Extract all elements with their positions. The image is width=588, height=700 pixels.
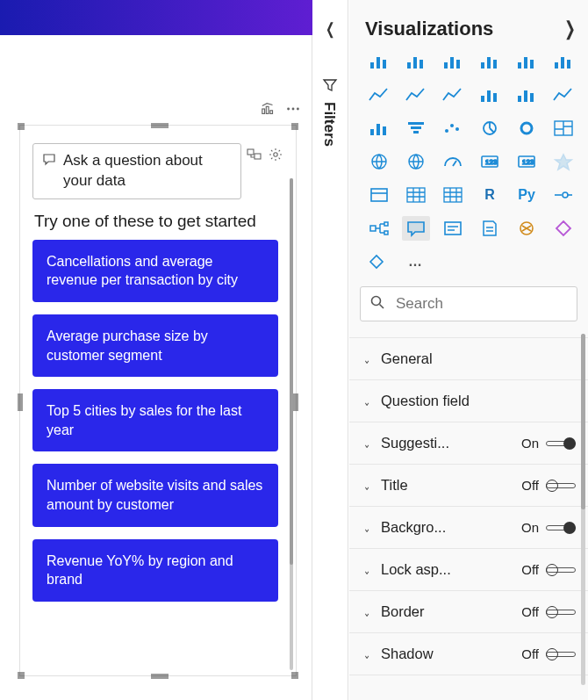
stacked-bar-chart[interactable] bbox=[365, 49, 393, 74]
qna-visual[interactable] bbox=[402, 216, 430, 241]
visualizations-grid-extra: … bbox=[349, 249, 588, 283]
format-section[interactable]: ⌄TitleOff bbox=[349, 464, 588, 506]
table-visual[interactable] bbox=[402, 183, 430, 207]
100pct-stacked-bar-chart[interactable] bbox=[513, 49, 541, 74]
power-automate-visual[interactable] bbox=[365, 249, 393, 274]
qna-suggestion[interactable]: Cancellations and average revenue per tr… bbox=[32, 240, 278, 302]
qna-suggestions-list: Cancellations and average revenue per tr… bbox=[32, 240, 285, 602]
waterfall-chart[interactable] bbox=[365, 116, 393, 141]
card-visual[interactable]: 123 bbox=[476, 149, 504, 174]
scrollbar[interactable] bbox=[290, 178, 293, 670]
format-properties-list: ⌄General⌄Question field⌄Suggesti...On⌄Ti… bbox=[349, 337, 588, 675]
format-section[interactable]: ⌄Backgro...On bbox=[349, 506, 588, 548]
toggle-switch[interactable] bbox=[546, 437, 576, 450]
line-chart[interactable] bbox=[365, 83, 393, 107]
format-toggle[interactable]: Off bbox=[514, 604, 576, 619]
qna-suggestion[interactable]: Revenue YoY% by region and brand bbox=[32, 539, 278, 602]
stacked-area-chart[interactable] bbox=[439, 83, 467, 107]
matrix-visual[interactable] bbox=[439, 183, 467, 207]
100pct-stacked-column-chart[interactable] bbox=[549, 49, 577, 74]
donut-chart[interactable] bbox=[513, 116, 541, 141]
svg-rect-9 bbox=[370, 62, 374, 69]
area-chart[interactable] bbox=[402, 83, 430, 107]
scrollbar[interactable] bbox=[581, 334, 585, 685]
toggle-switch[interactable] bbox=[546, 480, 576, 492]
format-section[interactable]: ⌄General bbox=[349, 337, 588, 379]
bar-line-chart-icon[interactable] bbox=[261, 101, 276, 117]
r-script-visual[interactable]: R bbox=[476, 183, 504, 207]
smart-narrative-visual[interactable] bbox=[439, 216, 467, 241]
svg-rect-6 bbox=[247, 149, 254, 155]
qna-suggestion[interactable]: Number of website visits and sales amoun… bbox=[32, 464, 278, 526]
format-section[interactable]: ⌄ShadowOff bbox=[349, 632, 588, 675]
scatter-chart[interactable] bbox=[439, 116, 467, 141]
format-toggle[interactable]: Off bbox=[514, 478, 576, 493]
clustered-bar-chart[interactable] bbox=[439, 49, 467, 74]
funnel-chart[interactable] bbox=[402, 116, 430, 141]
line-clustered-column-chart[interactable] bbox=[513, 83, 541, 107]
python-visual[interactable]: Py bbox=[513, 183, 541, 207]
slicer-visual[interactable] bbox=[365, 183, 393, 207]
svg-point-8 bbox=[274, 153, 277, 156]
multi-row-card-visual[interactable]: 123 bbox=[513, 149, 541, 174]
format-section-label: Suggesti... bbox=[381, 435, 514, 451]
format-search-input[interactable] bbox=[394, 294, 584, 314]
qna-suggestion[interactable]: Top 5 cities by sales for the last year bbox=[32, 389, 278, 451]
format-section[interactable]: ⌄Suggesti...On bbox=[349, 422, 588, 464]
visualizations-grid: 123123RPy bbox=[349, 49, 588, 249]
format-section[interactable]: ⌄Question field bbox=[349, 379, 588, 422]
toggle-switch[interactable] bbox=[546, 564, 576, 576]
format-section-label: Border bbox=[381, 603, 514, 620]
chevron-right-icon[interactable]: ❯ bbox=[564, 18, 576, 40]
svg-rect-57 bbox=[384, 231, 388, 235]
more-icon[interactable] bbox=[285, 101, 301, 117]
gauge-chart[interactable] bbox=[439, 149, 467, 174]
toggle-switch[interactable] bbox=[546, 522, 576, 534]
svg-rect-53 bbox=[444, 188, 462, 202]
kpi-visual[interactable] bbox=[549, 149, 577, 174]
svg-rect-37 bbox=[411, 126, 421, 129]
convert-to-visual-icon[interactable] bbox=[247, 147, 262, 162]
paginated-report-visual[interactable] bbox=[476, 216, 504, 241]
format-toggle[interactable]: Off bbox=[514, 646, 576, 661]
chevron-left-icon[interactable]: ❮ bbox=[326, 19, 335, 39]
qna-visual-container[interactable]: Ask a question about your data Try one o… bbox=[19, 125, 297, 676]
format-toggle[interactable]: On bbox=[514, 520, 576, 535]
qna-suggestion-text: Cancellations and average revenue per tr… bbox=[47, 254, 238, 288]
format-section[interactable]: ⌄BorderOff bbox=[349, 590, 588, 632]
scrollbar-thumb[interactable] bbox=[581, 334, 585, 509]
filters-panel-collapsed: ❮ Filters bbox=[313, 0, 348, 700]
svg-rect-33 bbox=[370, 129, 374, 135]
format-section[interactable]: ⌄Lock asp...Off bbox=[349, 548, 588, 590]
toggle-switch[interactable] bbox=[546, 606, 576, 618]
line-stacked-column-chart[interactable] bbox=[476, 83, 504, 107]
visualizations-panel: Visualizations ❯ 123123RPy … ⌄General⌄Qu… bbox=[349, 0, 588, 700]
format-search[interactable] bbox=[360, 286, 577, 321]
format-toggle[interactable]: Off bbox=[514, 562, 576, 577]
filter-icon[interactable] bbox=[322, 77, 338, 97]
qna-input-box[interactable]: Ask a question about your data bbox=[32, 143, 241, 199]
treemap-chart[interactable] bbox=[549, 116, 577, 141]
more-visuals-icon[interactable]: … bbox=[402, 249, 430, 274]
filters-label[interactable]: Filters bbox=[320, 102, 338, 147]
clustered-column-chart[interactable] bbox=[476, 49, 504, 74]
toggle-state: Off bbox=[514, 478, 539, 493]
qna-suggestion[interactable]: Average purchase size by customer segmen… bbox=[32, 314, 278, 377]
gear-icon[interactable] bbox=[268, 147, 283, 162]
pie-chart[interactable] bbox=[476, 116, 504, 141]
ribbon-chart[interactable] bbox=[549, 83, 577, 107]
map-chart[interactable] bbox=[365, 149, 393, 174]
toggle-switch[interactable] bbox=[546, 648, 576, 660]
svg-rect-20 bbox=[493, 60, 497, 69]
arcgis-visual[interactable] bbox=[513, 216, 541, 241]
format-toggle[interactable]: On bbox=[514, 436, 576, 451]
svg-rect-11 bbox=[383, 60, 386, 69]
key-influencers-visual[interactable] bbox=[549, 183, 577, 207]
svg-rect-24 bbox=[555, 62, 558, 69]
stacked-column-chart[interactable] bbox=[402, 49, 430, 74]
decomposition-tree-visual[interactable] bbox=[365, 216, 393, 241]
svg-rect-0 bbox=[262, 109, 265, 113]
power-apps-visual[interactable] bbox=[549, 216, 577, 241]
filled-map-chart[interactable] bbox=[402, 149, 430, 174]
scrollbar-thumb[interactable] bbox=[290, 178, 293, 565]
